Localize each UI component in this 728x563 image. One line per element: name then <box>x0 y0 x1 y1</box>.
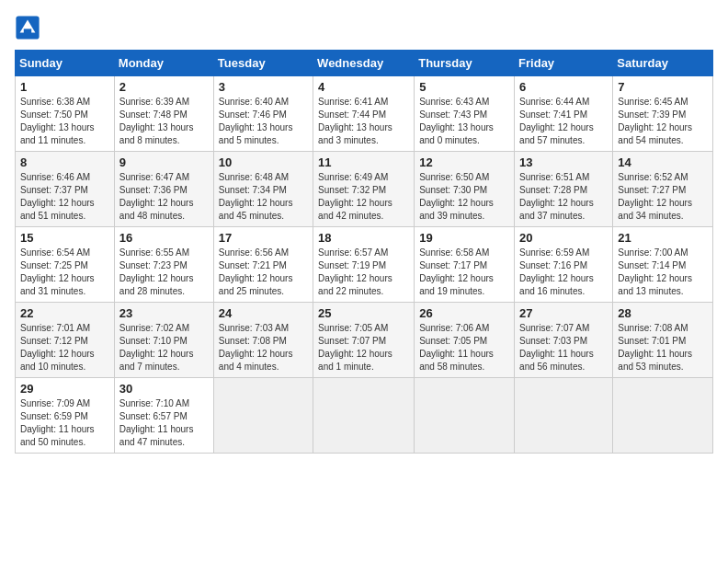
day-number: 5 <box>419 80 509 94</box>
day-number: 4 <box>318 80 409 94</box>
day-number: 6 <box>519 80 608 94</box>
day-number: 14 <box>618 155 708 169</box>
calendar-cell: 26 Sunrise: 7:06 AMSunset: 7:05 PMDaylig… <box>415 303 515 378</box>
day-detail: Sunrise: 6:51 AMSunset: 7:28 PMDaylight:… <box>519 172 594 221</box>
header-row: SundayMondayTuesdayWednesdayThursdayFrid… <box>16 51 713 76</box>
day-number: 7 <box>618 80 708 94</box>
day-detail: Sunrise: 7:03 AMSunset: 7:08 PMDaylight:… <box>219 323 293 372</box>
day-detail: Sunrise: 6:48 AMSunset: 7:34 PMDaylight:… <box>219 172 293 221</box>
calendar-cell: 29 Sunrise: 7:09 AMSunset: 6:59 PMDaylig… <box>16 378 115 454</box>
calendar-cell: 4 Sunrise: 6:41 AMSunset: 7:44 PMDayligh… <box>313 76 415 152</box>
calendar-cell: 5 Sunrise: 6:43 AMSunset: 7:43 PMDayligh… <box>415 76 515 152</box>
calendar-cell: 23 Sunrise: 7:02 AMSunset: 7:10 PMDaylig… <box>114 303 213 378</box>
day-number: 30 <box>119 382 209 396</box>
calendar-week-4: 22 Sunrise: 7:01 AMSunset: 7:12 PMDaylig… <box>16 303 713 378</box>
day-detail: Sunrise: 6:43 AMSunset: 7:43 PMDaylight:… <box>419 97 494 145</box>
calendar-cell: 22 Sunrise: 7:01 AMSunset: 7:12 PMDaylig… <box>16 303 115 378</box>
calendar-cell <box>415 378 515 454</box>
calendar-cell: 13 Sunrise: 6:51 AMSunset: 7:28 PMDaylig… <box>515 152 613 227</box>
page-header <box>15 15 713 40</box>
calendar-cell: 10 Sunrise: 6:48 AMSunset: 7:34 PMDaylig… <box>213 152 313 227</box>
calendar-cell: 1 Sunrise: 6:38 AMSunset: 7:50 PMDayligh… <box>16 76 115 152</box>
logo <box>15 15 44 40</box>
calendar-cell: 7 Sunrise: 6:45 AMSunset: 7:39 PMDayligh… <box>613 76 713 152</box>
day-detail: Sunrise: 7:05 AMSunset: 7:07 PMDaylight:… <box>318 323 392 372</box>
day-detail: Sunrise: 6:47 AMSunset: 7:36 PMDaylight:… <box>119 172 194 221</box>
header-monday: Monday <box>114 51 213 76</box>
calendar-cell: 28 Sunrise: 7:08 AMSunset: 7:01 PMDaylig… <box>613 303 713 378</box>
calendar-cell: 8 Sunrise: 6:46 AMSunset: 7:37 PMDayligh… <box>16 152 115 227</box>
svg-rect-2 <box>24 29 31 34</box>
day-number: 29 <box>20 382 109 396</box>
calendar-week-3: 15 Sunrise: 6:54 AMSunset: 7:25 PMDaylig… <box>16 227 713 303</box>
day-number: 16 <box>119 231 209 245</box>
calendar-cell: 18 Sunrise: 6:57 AMSunset: 7:19 PMDaylig… <box>313 227 415 303</box>
calendar-cell: 17 Sunrise: 6:56 AMSunset: 7:21 PMDaylig… <box>213 227 313 303</box>
day-number: 24 <box>219 306 308 320</box>
calendar-cell: 15 Sunrise: 6:54 AMSunset: 7:25 PMDaylig… <box>16 227 115 303</box>
day-detail: Sunrise: 6:52 AMSunset: 7:27 PMDaylight:… <box>618 172 692 221</box>
calendar-cell <box>613 378 713 454</box>
calendar-cell: 16 Sunrise: 6:55 AMSunset: 7:23 PMDaylig… <box>114 227 213 303</box>
day-detail: Sunrise: 7:07 AMSunset: 7:03 PMDaylight:… <box>519 323 594 372</box>
calendar-cell <box>313 378 415 454</box>
day-number: 18 <box>318 231 409 245</box>
day-number: 23 <box>119 306 209 320</box>
header-tuesday: Tuesday <box>213 51 313 76</box>
day-number: 26 <box>419 306 509 320</box>
day-detail: Sunrise: 7:10 AMSunset: 6:57 PMDaylight:… <box>119 398 194 447</box>
day-number: 17 <box>219 231 308 245</box>
day-number: 20 <box>519 231 608 245</box>
day-number: 11 <box>318 155 409 169</box>
day-number: 12 <box>419 155 509 169</box>
calendar-cell: 20 Sunrise: 6:59 AMSunset: 7:16 PMDaylig… <box>515 227 613 303</box>
day-detail: Sunrise: 6:55 AMSunset: 7:23 PMDaylight:… <box>119 247 194 296</box>
day-detail: Sunrise: 6:59 AMSunset: 7:16 PMDaylight:… <box>519 247 594 296</box>
header-friday: Friday <box>515 51 613 76</box>
header-saturday: Saturday <box>613 51 713 76</box>
calendar-cell: 12 Sunrise: 6:50 AMSunset: 7:30 PMDaylig… <box>415 152 515 227</box>
day-detail: Sunrise: 6:45 AMSunset: 7:39 PMDaylight:… <box>618 97 692 145</box>
calendar-cell <box>515 378 613 454</box>
day-number: 19 <box>419 231 509 245</box>
day-number: 13 <box>519 155 608 169</box>
calendar-cell: 21 Sunrise: 7:00 AMSunset: 7:14 PMDaylig… <box>613 227 713 303</box>
day-detail: Sunrise: 6:46 AMSunset: 7:37 PMDaylight:… <box>20 172 95 221</box>
day-detail: Sunrise: 6:40 AMSunset: 7:46 PMDaylight:… <box>219 97 293 145</box>
calendar-week-5: 29 Sunrise: 7:09 AMSunset: 6:59 PMDaylig… <box>16 378 713 454</box>
day-number: 8 <box>20 155 109 169</box>
calendar-table: SundayMondayTuesdayWednesdayThursdayFrid… <box>15 50 713 454</box>
day-detail: Sunrise: 7:09 AMSunset: 6:59 PMDaylight:… <box>20 398 95 447</box>
day-number: 10 <box>219 155 308 169</box>
day-number: 22 <box>20 306 109 320</box>
day-detail: Sunrise: 6:50 AMSunset: 7:30 PMDaylight:… <box>419 172 494 221</box>
day-detail: Sunrise: 6:54 AMSunset: 7:25 PMDaylight:… <box>20 247 95 296</box>
header-wednesday: Wednesday <box>313 51 415 76</box>
logo-icon <box>15 15 40 40</box>
calendar-cell <box>213 378 313 454</box>
calendar-cell: 19 Sunrise: 6:58 AMSunset: 7:17 PMDaylig… <box>415 227 515 303</box>
calendar-cell: 2 Sunrise: 6:39 AMSunset: 7:48 PMDayligh… <box>114 76 213 152</box>
day-detail: Sunrise: 6:49 AMSunset: 7:32 PMDaylight:… <box>318 172 392 221</box>
day-number: 15 <box>20 231 109 245</box>
day-number: 28 <box>618 306 708 320</box>
day-number: 27 <box>519 306 608 320</box>
day-number: 2 <box>119 80 209 94</box>
calendar-cell: 25 Sunrise: 7:05 AMSunset: 7:07 PMDaylig… <box>313 303 415 378</box>
day-detail: Sunrise: 7:02 AMSunset: 7:10 PMDaylight:… <box>119 323 194 372</box>
day-number: 1 <box>20 80 109 94</box>
day-detail: Sunrise: 7:00 AMSunset: 7:14 PMDaylight:… <box>618 247 692 296</box>
day-detail: Sunrise: 6:39 AMSunset: 7:48 PMDaylight:… <box>119 97 194 145</box>
day-number: 9 <box>119 155 209 169</box>
day-number: 25 <box>318 306 409 320</box>
day-detail: Sunrise: 7:06 AMSunset: 7:05 PMDaylight:… <box>419 323 494 372</box>
calendar-cell: 6 Sunrise: 6:44 AMSunset: 7:41 PMDayligh… <box>515 76 613 152</box>
day-detail: Sunrise: 6:44 AMSunset: 7:41 PMDaylight:… <box>519 97 594 145</box>
day-number: 21 <box>618 231 708 245</box>
day-number: 3 <box>219 80 308 94</box>
calendar-cell: 9 Sunrise: 6:47 AMSunset: 7:36 PMDayligh… <box>114 152 213 227</box>
day-detail: Sunrise: 6:38 AMSunset: 7:50 PMDaylight:… <box>20 97 95 145</box>
day-detail: Sunrise: 7:08 AMSunset: 7:01 PMDaylight:… <box>618 323 692 372</box>
day-detail: Sunrise: 6:57 AMSunset: 7:19 PMDaylight:… <box>318 247 392 296</box>
calendar-cell: 3 Sunrise: 6:40 AMSunset: 7:46 PMDayligh… <box>213 76 313 152</box>
